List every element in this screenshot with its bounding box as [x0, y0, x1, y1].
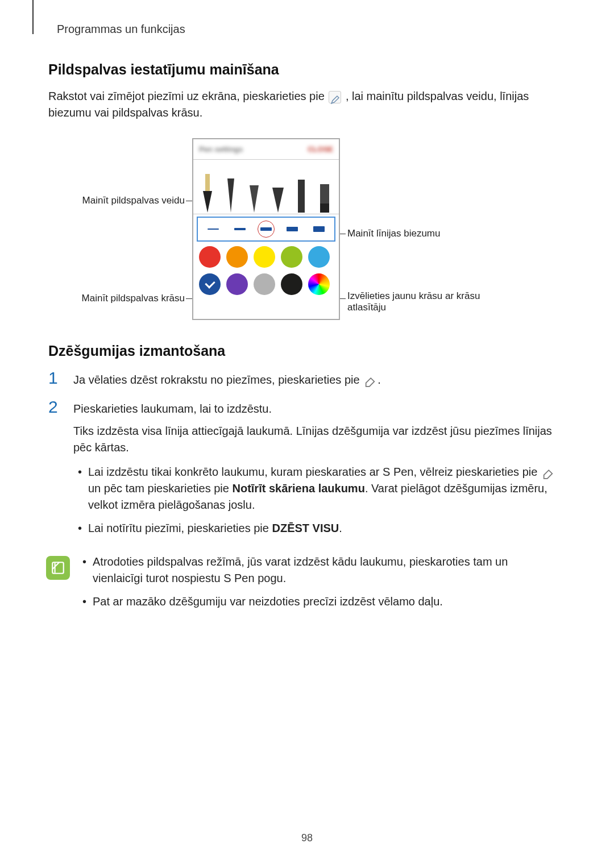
step-number: 1	[48, 369, 73, 387]
note-block: Atrodoties pildspalvas režīmā, jūs varat…	[46, 554, 560, 617]
thickness-3-selected	[260, 227, 272, 231]
bullet2-pre: Lai notīrītu piezīmi, pieskarieties pie	[88, 522, 272, 534]
pen-settings-panel: Pen settings CLOSE	[192, 138, 340, 320]
note-item-1: Atrodoties pildspalvas režīmā, jūs varat…	[78, 554, 560, 587]
swatch-picker	[308, 273, 330, 295]
thickness-4	[287, 227, 298, 231]
svg-marker-1	[203, 191, 212, 213]
step-2-para2: Tiks izdzēsta visa līnija attiecīgajā la…	[73, 423, 560, 456]
pen-icon	[329, 91, 341, 103]
pen-type-row	[193, 160, 339, 214]
pen-tip-pencil	[246, 168, 263, 214]
svg-marker-2	[227, 178, 234, 213]
callout-line-thickness: Mainīt līnijas biezumu	[347, 228, 440, 239]
bullet1-pre: Lai izdzēstu tikai konkrēto laukumu, kur…	[88, 466, 541, 478]
swatch-purple	[226, 273, 248, 295]
bullet2-post: .	[339, 522, 342, 534]
svg-rect-6	[298, 202, 305, 213]
swatch-yellow	[254, 246, 275, 268]
section1-para-before: Rakstot vai zīmējot piezīmi uz ekrāna, p…	[48, 90, 327, 102]
svg-marker-3	[250, 185, 259, 213]
svg-marker-4	[272, 188, 284, 213]
step-1-text-before: Ja vēlaties dzēst rokrakstu no piezīmes,…	[73, 373, 363, 386]
swatch-green	[281, 246, 302, 268]
svg-marker-10	[544, 470, 553, 479]
swatch-blue-selected	[199, 273, 221, 295]
svg-marker-9	[366, 378, 375, 387]
callout-pen-type: Mainīt pildspalvas veidu	[48, 195, 185, 206]
step-1: 1 Ja vēlaties dzēst rokrakstu no piezīme…	[48, 369, 560, 388]
step-1-body: Ja vēlaties dzēst rokrakstu no piezīmes,…	[73, 369, 560, 388]
bullet1-mid: un pēc tam pieskarieties pie	[88, 482, 232, 495]
swatch-orange	[226, 246, 248, 268]
thickness-1	[208, 229, 219, 230]
note-icon	[46, 556, 70, 580]
pen-tip-fountain	[199, 168, 216, 214]
step-2: 2 Pieskarieties laukumam, lai to izdzēst…	[48, 398, 560, 543]
bullet-erase-area: Lai izdzēstu tikai konkrēto laukumu, kur…	[73, 464, 560, 513]
thickness-2	[234, 228, 246, 230]
eraser-icon	[364, 375, 376, 387]
svg-rect-8	[320, 203, 329, 213]
swatch-red	[199, 246, 221, 268]
svg-rect-7	[320, 184, 329, 203]
step-2-text: Pieskarieties laukumam, lai to izdzēstu.	[73, 401, 560, 417]
note-item-2: Pat ar mazāko dzēšgumiju var neizdoties …	[78, 593, 560, 610]
thickness-5	[313, 226, 325, 232]
color-grid	[193, 242, 339, 295]
page-number: 98	[0, 832, 614, 844]
eraser-steps: 1 Ja vēlaties dzēst rokrakstu no piezīme…	[48, 369, 560, 543]
swatch-cyan	[308, 246, 330, 268]
pen-tip-highlighter	[316, 168, 333, 214]
panel-action-blur: CLOSE	[308, 145, 333, 153]
section1-paragraph: Rakstot vai zīmējot piezīmi uz ekrāna, p…	[48, 88, 560, 121]
bullet-erase-all: Lai notīrītu piezīmi, pieskarieties pie …	[73, 520, 560, 537]
bullet1-bold: Notīrīt skāriena laukumu	[232, 482, 364, 495]
pen-tip-pen	[222, 168, 239, 214]
pen-tip-marker	[293, 168, 310, 214]
note-list: Atrodoties pildspalvas režīmā, jūs varat…	[78, 554, 560, 617]
panel-header: Pen settings CLOSE	[193, 139, 339, 160]
bullet2-bold: DZĒST VISU	[272, 522, 339, 534]
page-margin-rule	[32, 0, 34, 34]
page-content: Pildspalvas iestatījumu mainīšana Raksto…	[48, 61, 560, 617]
section-heading-pen-settings: Pildspalvas iestatījumu mainīšana	[48, 61, 560, 78]
svg-rect-5	[298, 180, 305, 202]
step-2-body: Pieskarieties laukumam, lai to izdzēstu.…	[73, 398, 560, 543]
step-number: 2	[48, 398, 73, 416]
eraser-icon	[542, 467, 554, 479]
swatch-black	[281, 273, 302, 295]
svg-rect-0	[205, 174, 210, 191]
section-heading-eraser: Dzēšgumijas izmantošana	[48, 343, 560, 359]
line-thickness-row	[197, 217, 335, 242]
callout-pen-color: Mainīt pildspalvas krāsu	[48, 293, 185, 304]
pen-tip-brush	[269, 168, 287, 214]
panel-title-blur: Pen settings	[199, 145, 243, 153]
pen-settings-diagram: Mainīt pildspalvas veidu Mainīt pildspal…	[48, 138, 560, 326]
step-2-bullets: Lai izdzēstu tikai konkrēto laukumu, kur…	[73, 464, 560, 537]
page-header-breadcrumb: Programmas un funkcijas	[57, 23, 185, 36]
callout-color-picker: Izvēlieties jaunu krāsu ar krāsu atlasīt…	[347, 290, 495, 313]
swatch-gray	[254, 273, 275, 295]
step-1-text-after: .	[377, 373, 381, 386]
